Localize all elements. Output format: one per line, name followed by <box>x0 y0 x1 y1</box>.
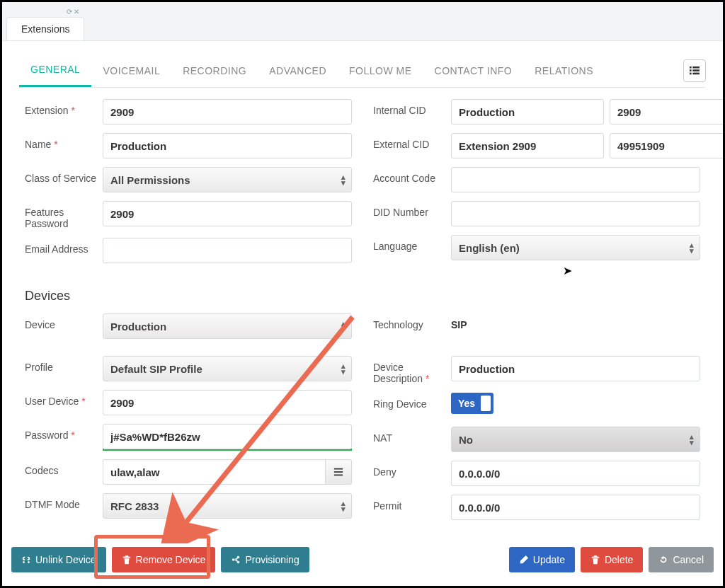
label-language: Language <box>373 235 451 252</box>
did-number-input[interactable] <box>451 201 700 226</box>
user-device-input[interactable] <box>103 390 352 415</box>
email-input[interactable] <box>103 238 352 263</box>
ring-device-toggle[interactable]: Yes <box>451 393 493 414</box>
label-nat: NAT <box>373 427 451 444</box>
svg-rect-2 <box>690 69 692 71</box>
pencil-icon <box>519 555 529 565</box>
tab-relations[interactable]: RELATIONS <box>523 55 605 86</box>
trash-icon <box>122 555 132 565</box>
label-dtmf: DTMF Mode <box>25 493 103 510</box>
extension-input[interactable] <box>103 99 352 125</box>
label-internal-cid: Internal CID <box>373 99 451 116</box>
label-features-pw: Features Password <box>25 201 103 229</box>
label-device: Device <box>25 313 103 330</box>
dtmf-select[interactable]: RFC 2833 ▴▾ <box>103 493 352 519</box>
provisioning-button[interactable]: Provisioning <box>221 547 309 572</box>
chevron-updown-icon: ▴▾ <box>690 242 694 253</box>
nat-select[interactable]: No ▴▾ <box>451 427 700 452</box>
tab-voicemail[interactable]: VOICEMAIL <box>91 55 171 86</box>
label-deny: Deny <box>373 461 451 478</box>
close-icon[interactable]: ✕ <box>74 8 79 16</box>
footer-toolbar: Unlink Device Remove Device Provisioning… <box>4 533 721 584</box>
list-view-toggle[interactable] <box>683 59 706 82</box>
update-button[interactable]: Update <box>509 547 575 572</box>
label-permit: Permit <box>373 495 451 512</box>
label-did: DID Number <box>373 201 451 218</box>
unlink-device-button[interactable]: Unlink Device <box>11 547 106 572</box>
password-input[interactable] <box>103 424 352 449</box>
permit-input[interactable] <box>451 495 700 520</box>
chevron-updown-icon: ▴▾ <box>341 363 346 374</box>
label-codecs: Codecs <box>25 459 103 476</box>
svg-point-11 <box>237 561 240 564</box>
svg-rect-3 <box>692 69 700 71</box>
tab-advanced[interactable]: ADVANCED <box>258 55 338 86</box>
cos-select[interactable]: All Permissions ▴▾ <box>103 167 352 192</box>
window-tab-extensions[interactable]: ⟳ ✕ Extensions <box>6 17 84 40</box>
label-account-code: Account Code <box>373 167 451 184</box>
label-device-desc: Device Description * <box>373 356 451 384</box>
label-profile: Profile <box>25 356 103 373</box>
label-user-device: User Device * <box>25 390 103 407</box>
trash-icon <box>590 555 600 565</box>
delete-button[interactable]: Delete <box>581 547 643 572</box>
share-icon <box>231 555 241 565</box>
features-password-input[interactable] <box>103 201 352 226</box>
remove-device-button[interactable]: Remove Device <box>112 547 216 572</box>
svg-rect-4 <box>690 72 692 74</box>
cancel-button[interactable]: Cancel <box>649 547 714 572</box>
label-email: Email Address <box>25 238 103 255</box>
refresh-icon[interactable]: ⟳ <box>67 8 72 16</box>
svg-point-10 <box>237 556 240 559</box>
tab-contactinfo[interactable]: CONTACT INFO <box>423 55 524 86</box>
device-select[interactable]: Production ▴▾ <box>103 313 352 339</box>
window-tab-label: Extensions <box>21 23 69 35</box>
page-tabs: GENERAL VOICEMAIL RECORDING ADVANCED FOL… <box>19 54 706 88</box>
label-technology: Technology <box>373 313 451 330</box>
profile-select[interactable]: Default SIP Profile ▴▾ <box>103 356 352 381</box>
svg-rect-1 <box>692 66 700 68</box>
technology-value: SIP <box>451 313 467 330</box>
tab-followme[interactable]: FOLLOW ME <box>338 55 423 86</box>
section-devices-title: Devices <box>25 289 706 304</box>
unlink-icon <box>21 555 31 565</box>
tab-general[interactable]: GENERAL <box>19 54 91 87</box>
codecs-input[interactable] <box>103 459 325 485</box>
codecs-picker-button[interactable] <box>325 459 352 485</box>
svg-point-9 <box>232 558 235 561</box>
label-cos: Class of Service <box>25 167 103 184</box>
label-password: Password * <box>25 424 103 441</box>
list-icon <box>690 66 700 76</box>
name-input[interactable] <box>103 133 352 158</box>
svg-rect-5 <box>692 72 700 74</box>
internal-cid-name-input[interactable] <box>451 99 604 125</box>
toggle-knob <box>481 396 491 411</box>
external-cid-name-input[interactable] <box>451 133 604 158</box>
svg-rect-8 <box>334 475 343 476</box>
svg-rect-7 <box>334 471 343 473</box>
hamburger-icon <box>333 467 343 477</box>
chevron-updown-icon: ▴▾ <box>341 321 346 332</box>
external-cid-num-input[interactable] <box>610 133 725 158</box>
svg-rect-6 <box>334 468 343 470</box>
chevron-updown-icon: ▴▾ <box>341 500 346 512</box>
undo-icon <box>658 555 668 565</box>
language-select[interactable]: English (en) ▴▾ <box>451 235 700 260</box>
label-external-cid: External CID <box>373 133 451 150</box>
label-ring-device: Ring Device <box>373 393 451 410</box>
window-tabbar: ⟳ ✕ Extensions <box>2 2 723 41</box>
internal-cid-num-input[interactable] <box>610 99 725 125</box>
tab-recording[interactable]: RECORDING <box>171 55 258 86</box>
svg-rect-0 <box>690 66 692 68</box>
label-extension: Extension * <box>25 99 103 116</box>
chevron-updown-icon: ▴▾ <box>690 434 694 445</box>
label-name: Name * <box>25 133 103 150</box>
device-description-input[interactable] <box>451 356 700 381</box>
mouse-cursor-icon: ➤ <box>563 264 572 277</box>
account-code-input[interactable] <box>451 167 700 192</box>
chevron-updown-icon: ▴▾ <box>341 174 346 185</box>
deny-input[interactable] <box>451 461 700 486</box>
